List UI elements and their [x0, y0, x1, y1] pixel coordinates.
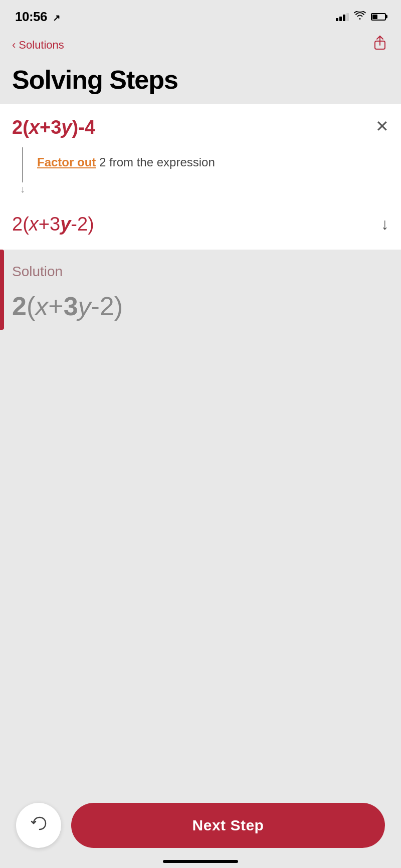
sol-paren-open: (	[27, 292, 35, 321]
sol-coeff: 2	[12, 292, 27, 321]
status-time: 10:56 ↗	[15, 9, 60, 25]
expr-plus: +3	[40, 117, 61, 138]
result-x: x	[29, 213, 39, 235]
status-bar: 10:56 ↗	[0, 0, 401, 30]
page-title-section: Solving Steps	[0, 62, 401, 104]
connector-arrow: ↓	[20, 183, 25, 195]
sol-plus: +	[48, 292, 63, 321]
location-icon: ↗	[53, 13, 60, 23]
close-button[interactable]: ✕	[375, 118, 389, 134]
nav-bar: ‹ Solutions	[0, 30, 401, 62]
result-coeff: 2	[12, 213, 23, 235]
bottom-controls: Next Step	[0, 795, 401, 868]
signal-bar-3	[343, 15, 345, 21]
solution-label: Solution	[12, 264, 389, 280]
result-minus2: -2)	[71, 213, 94, 235]
solution-section: Solution 2(x+3y-2)	[0, 250, 401, 701]
signal-bar-2	[339, 17, 342, 21]
expr-coeff: 2	[12, 117, 23, 138]
result-paren-open: (	[23, 213, 29, 235]
back-button[interactable]: ‹ Solutions	[12, 39, 64, 52]
step-description: Factor out 2 from the expression	[37, 147, 215, 195]
wifi-icon	[354, 11, 366, 23]
page-title: Solving Steps	[12, 66, 389, 94]
expr-paren-close: )-4	[72, 117, 95, 138]
undo-icon	[30, 814, 48, 836]
step-highlight-text: Factor out	[37, 155, 96, 169]
sol-y: y	[78, 292, 91, 321]
step-expression-top: 2(x+3y)-4 ✕	[12, 116, 389, 139]
back-chevron-icon: ‹	[12, 39, 16, 52]
signal-bar-1	[336, 18, 338, 21]
signal-bars	[336, 12, 349, 21]
result-expression: 2(x+3y-2)	[12, 213, 94, 236]
next-step-button[interactable]: Next Step	[71, 803, 385, 848]
step-connector: ↓	[20, 147, 25, 195]
result-y: y	[60, 213, 71, 235]
home-indicator	[163, 860, 238, 863]
expr-x: x	[29, 117, 40, 138]
connector-line	[22, 147, 23, 182]
expand-button[interactable]: ↓	[381, 215, 389, 234]
sol-minus2: -2)	[91, 292, 123, 321]
step-description-rest: 2 from the expression	[96, 155, 215, 169]
original-expression: 2(x+3y)-4	[12, 116, 95, 139]
expr-paren-open: (	[23, 117, 29, 138]
step-card: 2(x+3y)-4 ✕ ↓ Factor out 2 from the expr…	[0, 104, 401, 250]
expr-y: y	[61, 117, 72, 138]
solution-left-bar	[0, 250, 4, 330]
status-icons	[336, 11, 386, 23]
share-button[interactable]	[371, 34, 389, 56]
undo-button[interactable]	[16, 803, 61, 848]
result-plus3: +3	[39, 213, 60, 235]
sol-3: 3	[64, 292, 78, 321]
step-result-row: 2(x+3y-2) ↓	[12, 205, 389, 250]
battery-icon	[371, 13, 386, 21]
signal-bar-4	[346, 13, 349, 21]
solution-expression: 2(x+3y-2)	[12, 290, 389, 324]
back-label: Solutions	[19, 39, 64, 52]
step-arrow-section: ↓ Factor out 2 from the expression	[12, 147, 389, 195]
sol-x: x	[35, 292, 48, 321]
